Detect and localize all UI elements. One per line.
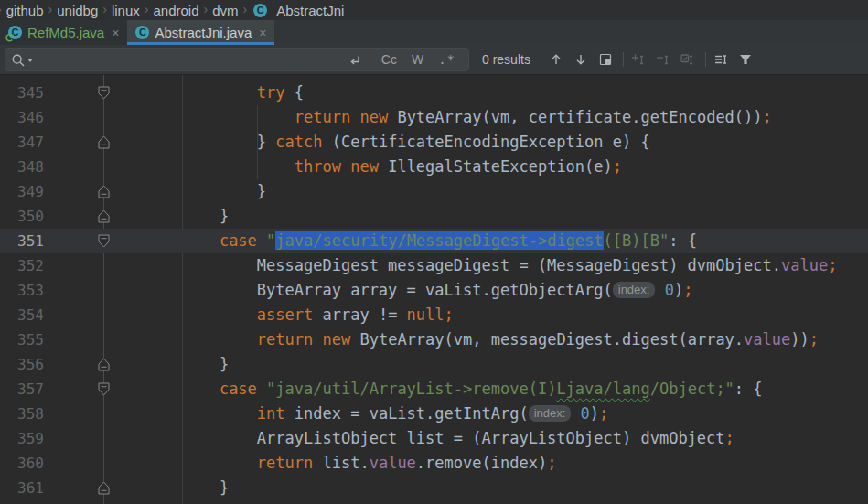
line-number[interactable]: 351 <box>0 229 44 253</box>
match-case-toggle[interactable]: Cc <box>381 49 397 70</box>
code-text: case "java/util/ArrayList->remove(I)Ljav… <box>145 377 763 402</box>
code-text: assert array != null; <box>145 303 454 327</box>
fold-marker-icon[interactable] <box>98 135 110 153</box>
code-token: ByteArray array = vaList.getObjectArg( <box>145 281 613 299</box>
code-token: 0 <box>581 404 590 423</box>
code-token: new <box>323 330 351 349</box>
select-all-occurrences-icon[interactable] <box>680 52 695 67</box>
code-editor[interactable]: 345 try {346 return new ByteArray(vm, ce… <box>0 75 868 504</box>
code-token <box>145 108 295 126</box>
code-line: 347 } catch (CertificateEncodingExceptio… <box>0 130 868 155</box>
line-number[interactable]: 346 <box>0 105 44 130</box>
divider <box>623 52 624 67</box>
line-number[interactable]: 360 <box>0 451 44 476</box>
line-number[interactable]: 361 <box>0 476 44 500</box>
code-token: ; <box>763 108 772 126</box>
added-arrow-icon <box>5 33 14 42</box>
line-number[interactable]: 352 <box>0 253 44 278</box>
filter-icon[interactable] <box>738 52 753 67</box>
breadcrumb-separator-icon: › <box>0 2 2 16</box>
breadcrumb-item[interactable]: unidbg <box>57 3 98 18</box>
newline-icon[interactable] <box>348 53 362 68</box>
class-icon: C <box>253 4 267 17</box>
code-token: list. <box>313 454 369 472</box>
words-toggle[interactable]: W <box>412 49 423 70</box>
breadcrumb-item[interactable]: github <box>6 3 44 18</box>
tab-refmd5-java[interactable]: CRefMd5.java× <box>0 20 127 45</box>
tab-label: RefMd5.java <box>27 25 104 40</box>
code-line: 355 return new ByteArray(vm, messageDige… <box>0 327 868 352</box>
breadcrumb-item[interactable]: dvm <box>212 3 238 18</box>
code-token: )) <box>790 330 809 349</box>
open-in-tool-window-icon[interactable] <box>598 52 613 67</box>
breadcrumb-separator-icon: › <box>204 2 209 16</box>
search-history-chevron-icon[interactable] <box>27 59 33 62</box>
fold-marker-icon[interactable] <box>98 185 110 202</box>
code-token: 0 <box>665 281 674 299</box>
code-line: 352 MessageDigest messageDigest = (Messa… <box>0 253 868 278</box>
code-token: return <box>257 454 313 472</box>
fold-marker-icon[interactable] <box>98 86 110 103</box>
code-token: } <box>145 207 229 225</box>
add-occurrence-icon[interactable] <box>631 52 646 67</box>
fold-marker-icon[interactable] <box>98 358 110 375</box>
breadcrumb-item[interactable]: linux <box>112 3 140 18</box>
code-token: /Object;" <box>650 380 734 398</box>
code-text: case "java/security/MessageDigest->diges… <box>145 229 697 253</box>
filter-lines-icon[interactable] <box>713 52 728 67</box>
line-number[interactable]: 353 <box>0 278 44 303</box>
inline-parameter-hint: index: <box>613 282 656 298</box>
divider <box>370 53 370 68</box>
breadcrumb-item[interactable]: android <box>153 3 198 18</box>
search-input[interactable]: Cc W .* <box>5 48 469 71</box>
class-icon: C <box>135 26 149 39</box>
line-number[interactable]: 359 <box>0 426 44 451</box>
code-token: " <box>266 231 275 250</box>
search-results-count: 0 results <box>482 45 530 74</box>
code-line: 350 } <box>0 204 868 229</box>
line-number[interactable]: 357 <box>0 377 44 402</box>
code-token <box>145 83 257 102</box>
next-occurrence-icon[interactable] <box>573 52 588 67</box>
code-token <box>145 454 257 472</box>
code-text: } <box>145 179 266 204</box>
line-number[interactable]: 356 <box>0 352 44 377</box>
code-line: 360 return list.value.remove(index); <box>0 451 868 476</box>
line-number[interactable]: 345 <box>0 80 44 105</box>
fold-marker-icon[interactable] <box>98 234 110 252</box>
code-token: ; <box>599 404 608 423</box>
code-line: 351 case "java/security/MessageDigest->d… <box>0 229 868 253</box>
regex-toggle[interactable]: .* <box>438 49 455 70</box>
line-number[interactable]: 347 <box>0 130 44 155</box>
fold-marker-icon[interactable] <box>98 382 110 400</box>
code-token: assert <box>257 306 313 324</box>
breadcrumb-class-item[interactable]: AbstractJni <box>276 3 344 18</box>
code-token <box>145 157 295 176</box>
line-number[interactable]: 354 <box>0 303 44 327</box>
line-number[interactable]: 355 <box>0 327 44 352</box>
code-token: return <box>295 108 350 126</box>
previous-occurrence-icon[interactable] <box>549 52 563 67</box>
code-token: } <box>145 478 229 497</box>
code-token: ) <box>590 404 599 423</box>
remove-occurrence-icon[interactable] <box>656 52 670 67</box>
code-text: } <box>145 204 229 229</box>
close-tab-icon[interactable]: × <box>259 27 266 39</box>
code-line: 346 return new ByteArray(vm, certificate… <box>0 105 868 130</box>
code-token: "java/util/ArrayList->remove(I) <box>266 380 556 398</box>
close-tab-icon[interactable]: × <box>112 27 119 39</box>
code-token: return <box>257 330 313 349</box>
line-number[interactable]: 350 <box>0 204 44 229</box>
code-token <box>145 404 257 423</box>
code-token: } <box>145 182 266 200</box>
code-line: 356 } <box>0 352 868 377</box>
class-icon: C <box>8 26 22 39</box>
tab-abstractjni-java[interactable]: CAbstractJni.java× <box>127 20 274 45</box>
line-number[interactable]: 358 <box>0 402 44 426</box>
line-number[interactable]: 348 <box>0 155 44 179</box>
fold-marker-icon[interactable] <box>98 481 110 499</box>
tab-label: AbstractJni.java <box>155 25 252 40</box>
fold-marker-icon[interactable] <box>98 209 110 227</box>
line-number[interactable]: 349 <box>0 179 44 204</box>
code-token: ByteArray(vm, messageDigest.digest(array… <box>350 330 744 349</box>
